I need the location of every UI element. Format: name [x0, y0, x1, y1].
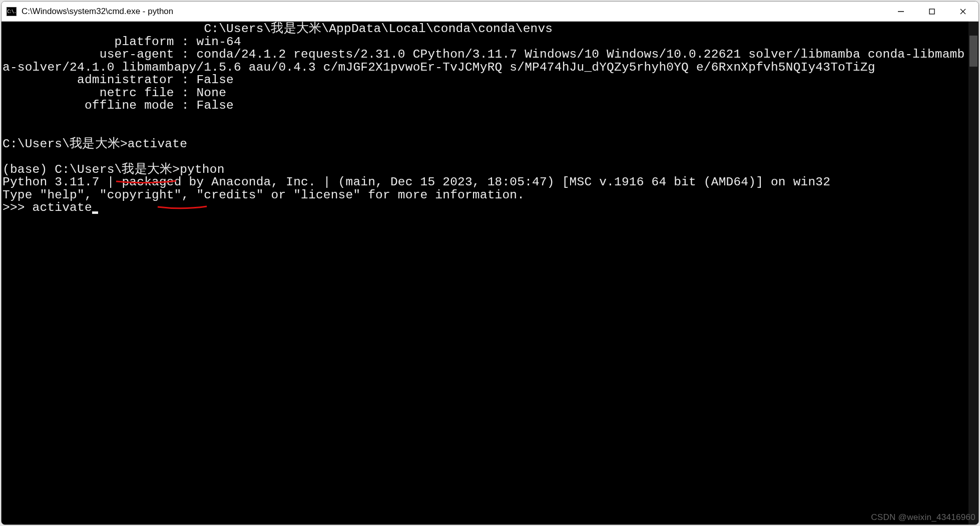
terminal-line [3, 150, 968, 163]
terminal-line: administrator : False [3, 74, 968, 87]
terminal-output[interactable]: C:\Users\我是大米\AppData\Local\conda\conda\… [2, 22, 968, 524]
cursor [92, 211, 98, 214]
minimize-button[interactable] [885, 2, 916, 21]
maximize-button[interactable] [916, 2, 947, 21]
close-icon [959, 8, 966, 15]
terminal-line: platform : win-64 [3, 36, 968, 49]
scrollbar-thumb[interactable] [969, 36, 977, 67]
terminal-line: C:\Users\我是大米>activate [3, 138, 968, 151]
terminal-line [3, 125, 968, 138]
terminal-line: netrc file : None [3, 87, 968, 100]
terminal-line: Type "help", "copyright", "credits" or "… [3, 189, 968, 202]
minimize-icon [897, 8, 904, 15]
titlebar[interactable]: C:\. C:\Windows\system32\cmd.exe - pytho… [2, 2, 978, 22]
terminal-line: >>> activate [3, 201, 968, 214]
cmd-icon: C:\. [7, 7, 17, 16]
maximize-icon [928, 8, 935, 15]
close-button[interactable] [947, 2, 978, 21]
terminal-line: Python 3.11.7 | packaged by Anaconda, In… [3, 176, 968, 189]
vertical-scrollbar[interactable] [968, 22, 978, 524]
svg-rect-1 [929, 9, 934, 14]
terminal-line [3, 112, 968, 125]
terminal-line: C:\Users\我是大米\AppData\Local\conda\conda\… [3, 23, 968, 36]
terminal-line: offline mode : False [3, 99, 968, 112]
terminal-line: (base) C:\Users\我是大米>python [3, 163, 968, 176]
watermark-text: CSDN @weixin_43416960 [871, 512, 975, 522]
window-controls [885, 2, 978, 21]
terminal-line: user-agent : conda/24.1.2 requests/2.31.… [3, 48, 968, 74]
cmd-window: C:\. C:\Windows\system32\cmd.exe - pytho… [1, 1, 979, 525]
terminal-area: C:\Users\我是大米\AppData\Local\conda\conda\… [2, 22, 978, 524]
window-title: C:\Windows\system32\cmd.exe - python [22, 7, 885, 17]
